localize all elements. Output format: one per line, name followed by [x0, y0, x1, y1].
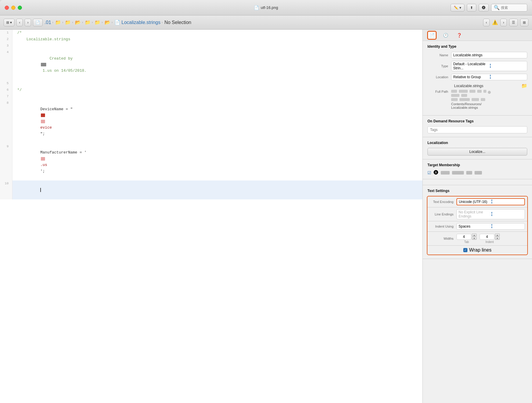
file-tab-icon: 📄: [430, 33, 435, 38]
redacted-pink-1: [41, 120, 45, 123]
indent-width-stepper: ▲ ▼: [495, 234, 500, 240]
code-line-5: 5: [0, 80, 422, 87]
tab-file[interactable]: 📄: [427, 31, 436, 39]
file-button[interactable]: 📄: [33, 19, 43, 26]
inspector-tabs: 📄 🕐 ❓: [423, 30, 532, 41]
titlebar-right: ✏️ ▾ ⬆ 🅐 🔍: [451, 4, 527, 12]
tab-width-input[interactable]: [456, 234, 471, 240]
breadcrumb-folder-6[interactable]: 📁 ›: [94, 20, 102, 25]
search-input[interactable]: [501, 6, 525, 10]
text-settings-box: Text Encoding Unicode (UTF-16) ⬆⬇ Line E…: [427, 196, 528, 255]
widths-group: ▲ ▼ Tab ▲: [456, 234, 525, 244]
line-content-7: [12, 93, 17, 100]
indent-value: Spaces: [459, 224, 491, 228]
tab-width-stepper: ▲ ▼: [472, 234, 477, 240]
folder-icon-6: 📁: [94, 20, 100, 25]
fullpath-blurred: Contents/Resources/Localizable.strings: [451, 90, 486, 109]
line-content-10: [12, 180, 41, 199]
fullpath-suffix: Contents/Resources/Localizable.strings: [451, 102, 486, 109]
line-content-9: ManufacturerName = ' .us ';: [12, 143, 86, 181]
code-line-6: 6 */: [0, 87, 422, 93]
line-content-5: [12, 80, 17, 87]
next-issue-button[interactable]: ›: [500, 19, 507, 26]
add-button[interactable]: ⊞: [520, 19, 528, 26]
text-encoding-row: Text Encoding Unicode (UTF-16) ⬆⬇: [427, 196, 527, 207]
breadcrumb-folder-3[interactable]: 📁 ›: [65, 20, 73, 25]
localize-button[interactable]: Localize...: [427, 148, 527, 156]
wrap-lines-checkbox[interactable]: ✓: [463, 248, 467, 252]
text-settings-section: Text Settings Text Encoding Unicode (UTF…: [423, 185, 532, 259]
target-name-2: [452, 171, 464, 175]
grid-view-button[interactable]: ⊞ ▾: [4, 19, 15, 26]
line-content-2: Localizable.strings: [12, 36, 70, 43]
indent-width-up[interactable]: ▲: [495, 234, 500, 236]
indent-width-input[interactable]: [480, 234, 494, 240]
prev-issue-button[interactable]: ‹: [483, 19, 490, 26]
line-content-4: Created by 1.us on 14/05/2018.: [12, 49, 86, 80]
minimize-button[interactable]: [11, 6, 15, 10]
line-endings-select[interactable]: No Explicit Line Endings ⬆⬇: [456, 209, 525, 219]
folder-browse-icon[interactable]: 📁: [521, 83, 527, 89]
target-checkbox[interactable]: ☑: [427, 170, 431, 175]
indent-using-row: Indent Using Spaces ⬆⬇: [427, 221, 527, 232]
indent-width-down[interactable]: ▼: [495, 237, 500, 240]
editor-pane[interactable]: 1 /* 2 Localizable.strings 3 4 Created b…: [0, 30, 422, 403]
line-number-9: 9: [0, 143, 12, 181]
add-path-icon[interactable]: ⊕: [488, 90, 491, 95]
text-cursor: [40, 188, 41, 192]
tags-input[interactable]: [427, 126, 527, 133]
encoding-select[interactable]: Unicode (UTF-16) ⬆⬇: [456, 198, 525, 205]
location-select[interactable]: Relative to Group ⬆⬇: [451, 74, 527, 80]
type-row: Type Default - Localizable Strin... ⬆⬇: [427, 61, 527, 71]
code-line-7: 7: [0, 93, 422, 100]
back-button[interactable]: ‹: [16, 19, 23, 26]
name-input[interactable]: [451, 52, 527, 58]
tab-width-up[interactable]: ▲: [472, 234, 477, 236]
indent-width-group: ▲ ▼ Indent: [480, 234, 500, 244]
breadcrumb-folder-5[interactable]: 📁 ›: [85, 20, 93, 25]
type-value: Default - Localizable Strin...: [453, 62, 489, 70]
line-content-6: */: [12, 87, 22, 93]
pen-icon: ✏️: [454, 6, 458, 10]
forward-button[interactable]: ›: [25, 19, 31, 26]
pen-button[interactable]: ✏️ ▾: [451, 4, 464, 12]
filename-text: Localizable.strings: [454, 84, 483, 88]
line-endings-placeholder: No Explicit Line Endings: [459, 210, 491, 218]
line-number-6: 6: [0, 87, 12, 93]
location-row: Location Relative to Group ⬆⬇: [427, 73, 527, 81]
tab-width-down[interactable]: ▼: [472, 237, 477, 240]
breadcrumb-folder-2[interactable]: 📁 ›: [55, 20, 63, 25]
tab-width-group: ▲ ▼ Tab: [456, 234, 477, 244]
chevron-icon-6: ›: [102, 21, 102, 24]
share-button[interactable]: 🅐: [479, 4, 489, 12]
indent-select[interactable]: Spaces ⬆⬇: [456, 223, 525, 230]
list-view-button[interactable]: ☰: [509, 19, 518, 26]
target-member-row: ☑ 🅐: [427, 170, 527, 175]
breadcrumb-folder-7[interactable]: 📂 ›: [105, 20, 113, 25]
target-app-icon: 🅐: [434, 170, 438, 175]
indent-label-2: Indent: [485, 240, 494, 244]
search-box[interactable]: 🔍: [491, 4, 527, 12]
code-line-10: 10: [0, 180, 422, 199]
breadcrumb-file[interactable]: 📄 Localizable.strings ›: [114, 20, 163, 25]
folder-icon-4: 📂: [75, 20, 81, 25]
maximize-button[interactable]: [18, 6, 22, 10]
nav-up-button[interactable]: ⬆: [467, 4, 476, 12]
close-button[interactable]: [5, 6, 9, 10]
search-icon: 🔍: [494, 5, 500, 10]
target-membership-title: Target Membership: [427, 163, 527, 167]
window: 📄 utf-16.png ✏️ ▾ ⬆ 🅐 🔍 ⊞ ▾ ‹ › 📄 .01 ›: [0, 0, 532, 403]
breadcrumb-folder-1[interactable]: .01 ›: [44, 20, 53, 25]
code-line-4: 4 Created by 1.us on 14/05/2018.: [0, 49, 422, 80]
folder-icon-3: 📁: [65, 20, 71, 25]
target-name-1: [441, 171, 450, 175]
breadcrumb-folder-4[interactable]: 📂 ›: [75, 20, 83, 25]
type-select[interactable]: Default - Localizable Strin... ⬆⬇: [451, 61, 527, 71]
tab-help[interactable]: ❓: [455, 31, 464, 39]
localization-section: Localization Localize...: [423, 137, 532, 159]
tab-label: Tab: [464, 240, 469, 244]
window-title: utf-16.png: [261, 5, 278, 10]
code-line-9: 9 ManufacturerName = ' .us ';: [0, 143, 422, 181]
tab-history[interactable]: 🕐: [441, 31, 450, 39]
type-label: Type: [427, 64, 451, 68]
